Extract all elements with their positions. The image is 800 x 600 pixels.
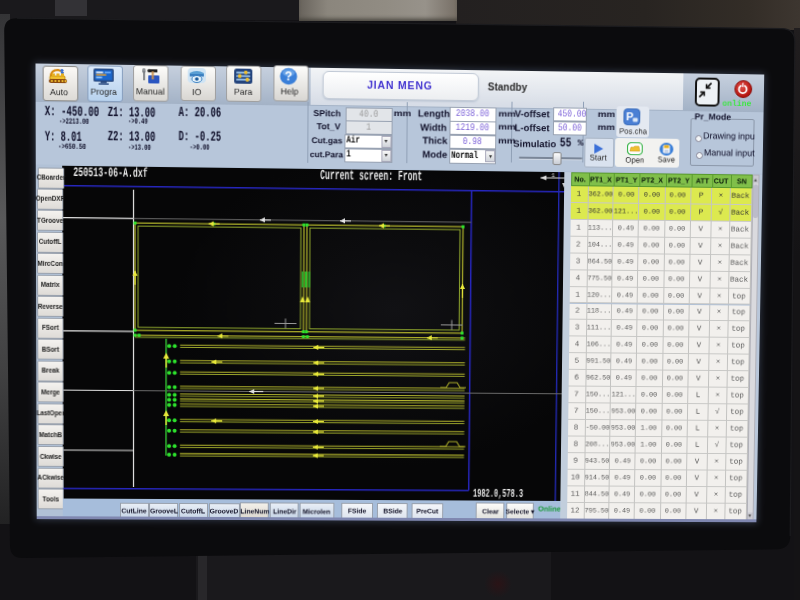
svg-text:1: 1 [551, 171, 555, 178]
svg-text:?: ? [285, 70, 292, 84]
